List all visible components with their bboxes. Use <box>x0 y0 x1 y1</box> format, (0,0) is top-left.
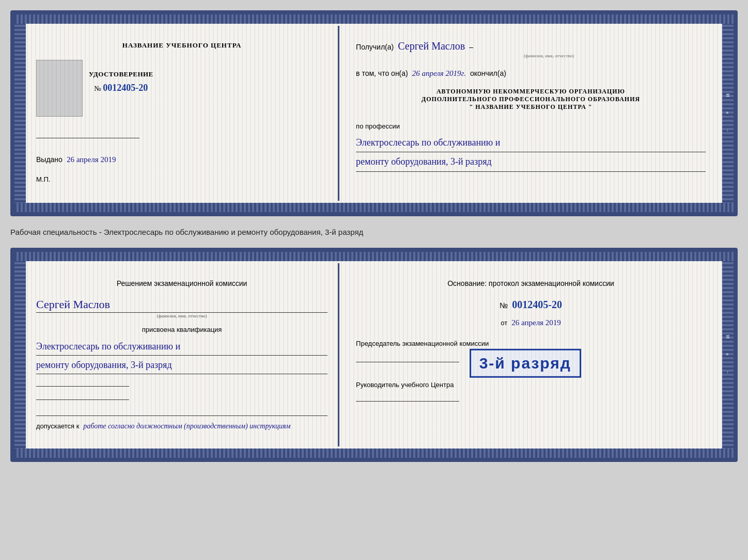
cert-number-line: № 0012405-20 <box>94 83 148 93</box>
org-block: АВТОНОМНУЮ НЕКОММЕРЧЕСКУЮ ОРГАНИЗАЦИЮ ДО… <box>356 88 706 111</box>
certificate-card-1: НАЗВАНИЕ УЧЕБНОГО ЦЕНТРА УДОСТОВЕРЕНИЕ №… <box>10 10 738 216</box>
fio-label-2: (фамилия, имя, отчество) <box>36 313 328 318</box>
chairman-label: Председатель экзаменационной комиссии <box>356 339 706 349</box>
admitted-value: работе согласно должностным (производств… <box>83 422 290 430</box>
date-row: в том, что он(а) 26 апреля 2019г. окончи… <box>356 68 706 79</box>
side-char-а: а <box>725 111 730 114</box>
certificate-card-2: Решением экзаменационной комиссии Сергей… <box>10 248 738 462</box>
card2-qual-block: Электрослесарь по обслуживанию и ремонту… <box>36 339 328 374</box>
org-line3: " НАЗВАНИЕ УЧЕБНОГО ЦЕНТРА " <box>356 103 706 111</box>
cert-number-label: № <box>94 85 101 92</box>
profession-block: по профессии Электрослесарь по обслужива… <box>356 121 706 172</box>
card1-right-panel: Получил(а) Сергей Маслов – (фамилия, имя… <box>339 26 722 201</box>
left-texture-1 <box>14 14 26 212</box>
profession-line2: ремонту оборудования, 3-й разряд <box>356 156 492 167</box>
received-label: Получил(а) <box>356 41 394 53</box>
card1-cert-label-block: УДОСТОВЕРЕНИЕ № 0012405-20 <box>89 70 153 93</box>
sig-line-2-wrap <box>36 394 328 403</box>
mp-label: М.П. <box>36 174 50 185</box>
issued-label: Выдано <box>36 155 63 164</box>
finished-label: окончил(а) <box>470 68 506 79</box>
card2-inner: Решением экзаменационной комиссии Сергей… <box>26 252 722 458</box>
qual-line2-wrap: ремонту оборудования, 3-й разряд <box>36 358 328 374</box>
admitted-label: допускается к <box>36 422 79 430</box>
sig-line-1 <box>36 386 129 387</box>
org-line2: ДОПОЛНИТЕЛЬНОГО ПРОФЕССИОНАЛЬНОГО ОБРАЗО… <box>356 95 706 103</box>
card2-number-block: № 0012405-20 <box>356 299 706 312</box>
date-label-1: в том, что он(а) <box>356 68 408 79</box>
fio-label-1: (фамилия, имя, отчество) <box>392 53 706 58</box>
sig-line-2 <box>36 399 129 400</box>
profession-line1: Электрослесарь по обслуживанию и <box>356 137 500 148</box>
assigned-label: присвоена квалификация <box>36 325 328 335</box>
chairman-sig-line <box>356 362 459 362</box>
right-texture-2: И а ← <box>722 252 734 458</box>
card2-divider <box>338 263 339 446</box>
director-sig-line <box>356 401 459 402</box>
profession-label: по профессии <box>356 121 706 132</box>
card2-date-block: от 26 апреля 2019 <box>356 318 706 329</box>
profession-line2-wrap: ремонту оборудования, 3-й разряд <box>356 154 706 172</box>
side-char-а-2: а <box>725 353 730 356</box>
card2-name: Сергей Маслов <box>36 298 110 311</box>
number-label-2: № <box>500 301 508 310</box>
admitted-block: допускается к работе согласно должностны… <box>36 415 328 432</box>
left-texture-2 <box>14 252 26 458</box>
card2-left-panel: Решением экзаменационной комиссии Сергей… <box>26 263 338 446</box>
photo-placeholder <box>36 60 83 117</box>
qual-line1: Электрослесарь по обслуживанию и <box>36 341 180 351</box>
page-wrapper: НАЗВАНИЕ УЧЕБНОГО ЦЕНТРА УДОСТОВЕРЕНИЕ №… <box>10 10 738 462</box>
sig-lines-block <box>36 380 328 403</box>
qual-line1-wrap: Электрослесарь по обслуживанию и <box>36 339 328 356</box>
card1-left-panel: НАЗВАНИЕ УЧЕБНОГО ЦЕНТРА УДОСТОВЕРЕНИЕ №… <box>26 26 338 201</box>
recipient-name: Сергей Маслов <box>398 40 465 52</box>
card1-photo-cert-row: УДОСТОВЕРЕНИЕ № 0012405-20 <box>36 60 328 117</box>
card1-school-name: НАЗВАНИЕ УЧЕБНОГО ЦЕНТРА <box>122 41 242 50</box>
side-char-и-2: И <box>725 335 730 339</box>
cert-label: УДОСТОВЕРЕНИЕ <box>89 70 153 78</box>
org-line1: АВТОНОМНУЮ НЕКОММЕРЧЕСКУЮ ОРГАНИЗАЦИЮ <box>356 88 706 95</box>
stamp-text: 3-й разряд <box>479 355 571 372</box>
decision-label: Решением экзаменационной комиссии <box>36 278 328 289</box>
card1-sig-area <box>36 132 328 141</box>
card1-divider <box>338 26 339 201</box>
cert-number: 0012405-20 <box>103 83 148 93</box>
date-label-2: от <box>501 319 507 327</box>
right-texture-1: И а ← <box>722 14 734 212</box>
received-row: Получил(а) Сергей Маслов – <box>356 40 706 53</box>
side-char-left-2: ← <box>725 370 730 375</box>
side-char-left: ← <box>725 129 730 133</box>
date-value-1: 26 апреля 2019г. <box>412 69 466 78</box>
card2-name-block: Сергей Маслов (фамилия, имя, отчество) <box>36 298 328 318</box>
basis-label: Основание: протокол экзаменационной коми… <box>356 278 706 289</box>
card1-inner: НАЗВАНИЕ УЧЕБНОГО ЦЕНТРА УДОСТОВЕРЕНИЕ №… <box>26 14 722 212</box>
number-value-2: 0012405-20 <box>512 299 562 310</box>
side-char-и: И <box>725 93 730 97</box>
director-block: Руководитель учебного Центра <box>356 380 706 405</box>
between-label: Рабочая специальность - Электрослесарь п… <box>10 226 738 238</box>
director-label: Руководитель учебного Центра <box>356 380 706 391</box>
card1-issued-row: Выдано 26 апреля 2019 <box>36 154 328 165</box>
date-value-2: 26 апреля 2019 <box>511 318 561 327</box>
card1-sig-line <box>36 138 139 138</box>
stamp-box: 3-й разряд <box>470 349 581 378</box>
qual-line2: ремонту оборудования, 3-й разряд <box>36 360 172 370</box>
card2-name-underline: Сергей Маслов <box>36 298 328 313</box>
issued-date: 26 апреля 2019 <box>67 155 116 164</box>
profession-line1-wrap: Электрослесарь по обслуживанию и <box>356 135 706 153</box>
card2-right-panel: Основание: протокол экзаменационной коми… <box>339 263 722 446</box>
